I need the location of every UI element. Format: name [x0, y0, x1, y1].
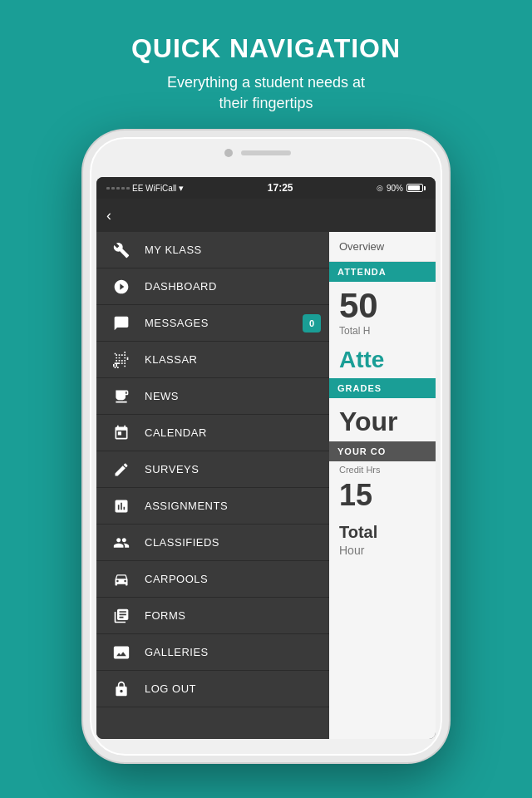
phone-button-vol2: [83, 274, 85, 303]
carrier-text: EE WiFiCall: [132, 184, 176, 193]
classifieds-label: CLASSIFIEDS: [145, 536, 219, 549]
attendance-number: 50: [329, 282, 436, 323]
logout-label: LOG OUT: [145, 682, 196, 695]
status-left: EE WiFiCall ▾: [106, 183, 184, 194]
phone-button-vol1: [83, 237, 85, 266]
messages-badge: 0: [303, 314, 321, 332]
phone-camera: [224, 149, 233, 157]
phone-frame: EE WiFiCall ▾ 17:25 ◎ 90% ‹: [83, 131, 449, 762]
menu-item-logout[interactable]: LOG OUT: [96, 671, 329, 707]
phone-screen: EE WiFiCall ▾ 17:25 ◎ 90% ‹: [96, 177, 436, 739]
news-label: NEWS: [145, 390, 179, 402]
forms-label: FORMS: [145, 609, 185, 622]
attendance-header: ATTENDA: [329, 262, 436, 282]
total-label: Total: [329, 516, 436, 544]
assignments-icon: [110, 495, 133, 518]
status-right: ◎ 90%: [377, 184, 426, 193]
page-title: QUICK NAVIGATION: [131, 33, 401, 64]
page-subtitle: Everything a student needs attheir finge…: [131, 72, 401, 114]
galleries-icon: [110, 641, 133, 664]
calendar-label: CALENDAR: [145, 426, 207, 439]
hour-sublabel: Hour: [329, 544, 436, 564]
galleries-label: GALLERIES: [145, 646, 209, 658]
phone-speaker: [241, 150, 291, 155]
my-klass-label: MY KLASS: [145, 244, 202, 256]
messages-icon: [110, 312, 133, 335]
menu-item-surveys[interactable]: SURVEYS: [96, 451, 329, 488]
menu-item-news[interactable]: NEWS: [96, 378, 329, 415]
nav-bar: ‹: [96, 199, 436, 232]
total-hours-label: Total H: [329, 323, 436, 342]
header-section: QUICK NAVIGATION Everything a student ne…: [131, 0, 401, 131]
dashboard-icon: [110, 275, 133, 298]
forms-icon: [110, 604, 133, 628]
nav-menu: MY KLASS DASHBOARD: [96, 232, 329, 739]
menu-item-forms[interactable]: FORMS: [96, 598, 329, 634]
battery-percent: 90%: [387, 184, 403, 193]
credit-number: 15: [329, 475, 436, 516]
grades-header: GRADES: [329, 378, 436, 398]
menu-item-carpools[interactable]: CARPOOLS: [96, 561, 329, 598]
classifieds-icon: [110, 531, 133, 554]
location-icon: ◎: [377, 184, 383, 192]
surveys-label: SURVEYS: [145, 463, 199, 475]
carpools-icon: [110, 568, 133, 591]
overview-title: Overview: [329, 232, 436, 262]
overview-panel: Overview ATTENDA 50 Total H Atte GRADES …: [329, 232, 436, 739]
menu-item-galleries[interactable]: GALLERIES: [96, 634, 329, 671]
battery-icon: [406, 184, 426, 192]
menu-item-klassar[interactable]: KlassAR: [96, 342, 329, 378]
wifi-icon: ▾: [179, 183, 184, 194]
your-co-header: YOUR CO: [329, 441, 436, 461]
messages-label: MESSAGES: [145, 317, 209, 329]
logout-icon: [110, 677, 133, 701]
menu-item-dashboard[interactable]: DASHBOARD: [96, 268, 329, 305]
back-button[interactable]: ‹: [106, 207, 111, 224]
phone-button-right: [447, 254, 449, 295]
status-time: 17:25: [268, 182, 293, 194]
status-bar: EE WiFiCall ▾ 17:25 ◎ 90%: [96, 177, 436, 199]
credit-hrs-label: Credit Hrs: [329, 461, 436, 475]
my-klass-icon: [110, 239, 133, 262]
klassar-icon: [110, 348, 133, 372]
grades-text: Your: [329, 398, 436, 441]
attendance-text: Atte: [329, 342, 436, 378]
dashboard-label: DASHBOARD: [145, 280, 217, 293]
surveys-icon: [110, 458, 133, 481]
menu-item-assignments[interactable]: ASSIGNMENTS: [96, 488, 329, 525]
signal-indicator: [106, 187, 130, 190]
klassar-label: KlassAR: [145, 353, 197, 366]
menu-item-messages[interactable]: MESSAGES 0: [96, 305, 329, 342]
news-icon: [110, 385, 133, 408]
menu-item-classifieds[interactable]: CLASSIFIEDS: [96, 525, 329, 561]
assignments-label: ASSIGNMENTS: [145, 500, 228, 512]
menu-item-calendar[interactable]: CALENDAR: [96, 415, 329, 451]
menu-item-my-klass[interactable]: MY KLASS: [96, 232, 329, 268]
screen-content: MY KLASS DASHBOARD: [96, 232, 436, 739]
carpools-label: CARPOOLS: [145, 573, 208, 585]
calendar-icon: [110, 421, 133, 445]
